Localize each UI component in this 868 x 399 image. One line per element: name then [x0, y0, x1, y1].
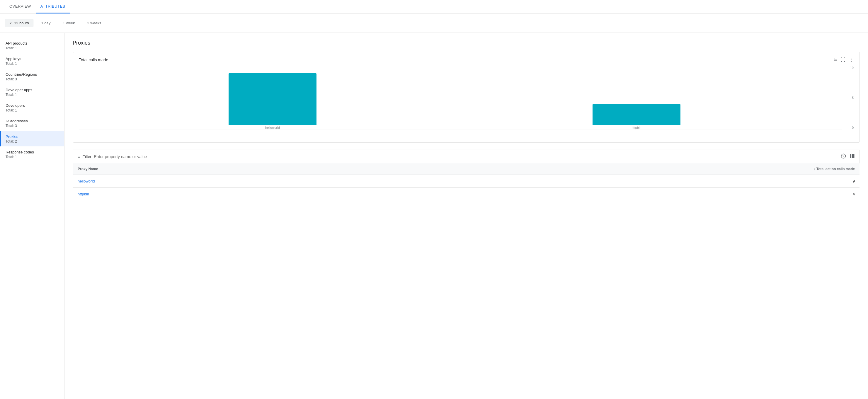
bar-helloworld [228, 73, 316, 125]
sidebar-item-ip-addresses[interactable]: IP addresses Total: 3 [0, 115, 64, 131]
y-label-10: 10 [850, 66, 854, 69]
table-row: httpbin 4 [73, 188, 860, 201]
top-tabs: OVERVIEW ATTRIBUTES [0, 0, 868, 13]
chart-card: Total calls made ≅ ⛶ ⋮ 10 5 [73, 52, 860, 143]
calls-httpbin: 4 [364, 188, 860, 201]
th-proxy-name: Proxy Name [73, 164, 364, 175]
bar-label-helloworld: helloworld [265, 126, 280, 130]
time-filter-bar: ✓ 12 hours 1 day 1 week 2 weeks [0, 13, 868, 33]
more-vert-icon[interactable]: ⋮ [849, 57, 854, 62]
sidebar-item-countries-regions[interactable]: Countries/Regions Total: 3 [0, 69, 64, 84]
bar-chart: 10 5 0 helloworld httpbin [79, 66, 854, 136]
filter-actions [841, 153, 855, 160]
svg-rect-2 [850, 154, 851, 158]
data-table: Proxy Name ↓ Total action calls made hel… [73, 164, 860, 201]
y-label-5: 5 [852, 96, 854, 99]
filter-2weeks[interactable]: 2 weeks [83, 19, 106, 27]
checkmark-icon: ✓ [9, 21, 12, 25]
tab-overview[interactable]: OVERVIEW [5, 0, 36, 13]
calls-helloworld: 9 [364, 175, 860, 188]
svg-rect-3 [852, 154, 853, 158]
content-area: Proxies Total calls made ≅ ⛶ ⋮ [64, 33, 868, 399]
section-title: Proxies [73, 40, 860, 46]
proxy-name-httpbin: httpbin [73, 188, 364, 201]
main-layout: API products Total: 1 App keys Total: 1 … [0, 33, 868, 399]
bar-group-helloworld: helloworld [228, 73, 316, 130]
helloworld-link[interactable]: helloworld [78, 179, 95, 183]
sort-desc-icon: ↓ [813, 167, 815, 171]
y-axis: 10 5 0 [843, 66, 854, 130]
sidebar-item-api-products[interactable]: API products Total: 1 [0, 37, 64, 53]
table-header-row: Proxy Name ↓ Total action calls made [73, 164, 860, 175]
chart-actions: ≅ ⛶ ⋮ [833, 57, 854, 62]
filter-icon: ≡ [78, 154, 80, 159]
filter-input[interactable] [94, 154, 838, 159]
sidebar-item-response-codes[interactable]: Response codes Total: 1 [0, 146, 64, 162]
help-icon[interactable] [841, 153, 846, 160]
columns-icon[interactable] [849, 153, 855, 160]
y-label-0: 0 [852, 126, 854, 130]
filter-1day[interactable]: 1 day [37, 19, 55, 27]
sidebar: API products Total: 1 App keys Total: 1 … [0, 33, 64, 399]
filter-12hours[interactable]: ✓ 12 hours [5, 19, 33, 27]
sidebar-item-proxies[interactable]: Proxies Total: 2 [0, 131, 64, 146]
sidebar-item-developers[interactable]: Developers Total: 1 [0, 100, 64, 115]
fullscreen-icon[interactable]: ⛶ [841, 57, 845, 62]
filter-table-section: ≡ Filter [73, 150, 860, 201]
tab-attributes[interactable]: ATTRIBUTES [36, 0, 70, 13]
sidebar-item-developer-apps[interactable]: Developer apps Total: 1 [0, 84, 64, 100]
table-row: helloworld 9 [73, 175, 860, 188]
bars-container: helloworld httpbin [79, 66, 842, 136]
chart-title: Total calls made [79, 57, 108, 62]
chart-header: Total calls made ≅ ⛶ ⋮ [79, 57, 854, 62]
httpbin-link[interactable]: httpbin [78, 192, 89, 196]
bar-group-httpbin: httpbin [592, 104, 680, 130]
filter-label: Filter [82, 154, 91, 159]
bar-httpbin [592, 104, 680, 125]
th-total-calls[interactable]: ↓ Total action calls made [364, 164, 860, 175]
sidebar-item-app-keys[interactable]: App keys Total: 1 [0, 53, 64, 69]
export-icon[interactable]: ≅ [833, 57, 837, 62]
svg-rect-4 [854, 154, 855, 158]
filter-bar: ≡ Filter [73, 150, 860, 164]
filter-1week[interactable]: 1 week [58, 19, 79, 27]
proxy-name-helloworld: helloworld [73, 175, 364, 188]
bar-label-httpbin: httpbin [631, 126, 641, 130]
